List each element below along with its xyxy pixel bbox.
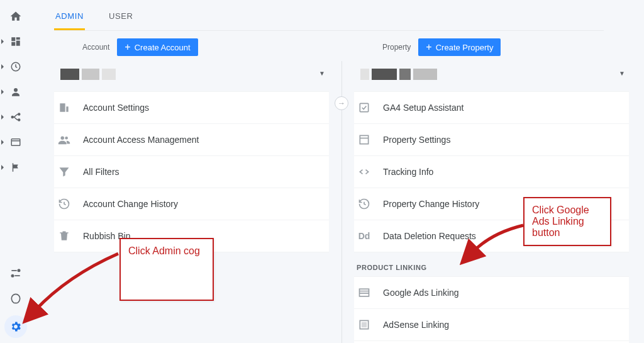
row-label: Property Settings	[383, 135, 450, 145]
annotation-google-ads: Click Google Ads Linking button	[523, 197, 611, 246]
svg-point-8	[61, 137, 65, 140]
svg-point-1	[14, 88, 18, 92]
google-ads-linking[interactable]: Google Ads Linking	[354, 277, 629, 309]
check-square-icon	[357, 100, 372, 115]
row-label: All Filters	[83, 167, 119, 177]
row-label: Tracking Info	[383, 167, 433, 177]
building-icon	[57, 100, 72, 115]
row-label: Account Settings	[83, 103, 149, 113]
top-tabs: ADMIN USER	[54, 0, 604, 31]
svg-rect-11	[360, 135, 368, 143]
redacted-account-name	[60, 69, 116, 80]
svg-rect-14	[362, 323, 367, 327]
property-column: Property + Create Property ▼	[341, 36, 629, 343]
account-settings[interactable]: Account Settings	[54, 92, 329, 124]
left-sidebar	[0, 0, 31, 343]
row-label: GA4 Setup Assistant	[383, 103, 464, 113]
product-linking-menu: Google Ads Linking AdSense Linking Ad Ex…	[354, 276, 629, 343]
filter-icon	[57, 164, 72, 179]
clock-icon[interactable]	[8, 59, 24, 75]
create-account-label: Create Account	[135, 43, 191, 52]
all-filters[interactable]: All Filters	[54, 156, 329, 188]
flag-icon[interactable]	[8, 159, 24, 176]
chevron-down-icon: ▼	[319, 70, 325, 77]
svg-point-9	[65, 137, 68, 140]
property-settings[interactable]: Property Settings	[354, 124, 629, 156]
svg-rect-10	[360, 103, 368, 111]
attribution-icon[interactable]	[8, 265, 24, 281]
chevron-down-icon: ▼	[619, 70, 625, 77]
history-icon	[357, 196, 372, 211]
account-selector[interactable]: ▼	[54, 65, 329, 84]
property-selector[interactable]: ▼	[354, 65, 629, 84]
person-icon[interactable]	[8, 84, 24, 100]
annotation-admin-cog: Click Admin cog	[119, 238, 214, 301]
row-label: Google Ads Linking	[383, 288, 459, 298]
tab-user[interactable]: USER	[108, 3, 135, 30]
gear-icon[interactable]	[4, 315, 27, 338]
plus-icon: +	[125, 42, 130, 52]
product-linking-header: PRODUCT LINKING	[354, 252, 629, 276]
svg-point-6	[18, 269, 19, 271]
account-access-management[interactable]: Account Access Management	[54, 124, 329, 156]
create-account-button[interactable]: + Create Account	[117, 38, 197, 56]
browser-icon[interactable]	[8, 134, 24, 150]
svg-point-7	[11, 275, 13, 277]
row-label: Property Change History	[383, 199, 479, 209]
trash-icon	[57, 228, 72, 244]
tab-admin[interactable]: ADMIN	[54, 3, 85, 30]
account-menu: Account Settings Account Access Manageme…	[54, 91, 329, 252]
row-label: Account Change History	[83, 199, 178, 209]
discover-icon[interactable]	[8, 290, 24, 306]
adsense-icon	[357, 317, 372, 332]
home-icon[interactable]	[8, 8, 24, 25]
dashboard-icon[interactable]	[8, 33, 24, 50]
account-change-history[interactable]: Account Change History	[54, 188, 329, 220]
history-icon	[57, 196, 72, 211]
dd-icon: Dd	[357, 228, 372, 244]
redacted-property-name	[360, 69, 437, 80]
plus-icon: +	[426, 42, 431, 52]
adsense-linking[interactable]: AdSense Linking	[354, 309, 629, 341]
row-label: AdSense Linking	[383, 320, 449, 330]
create-property-button[interactable]: + Create Property	[418, 38, 501, 56]
row-label: Account Access Management	[83, 135, 199, 145]
svg-point-3	[18, 113, 20, 115]
account-label: Account	[82, 43, 109, 52]
svg-point-4	[18, 119, 20, 121]
ads-icon	[357, 285, 372, 300]
svg-rect-5	[11, 139, 20, 146]
flow-icon[interactable]	[8, 109, 24, 125]
svg-point-2	[11, 116, 13, 118]
code-icon	[357, 164, 372, 179]
create-property-label: Create Property	[436, 43, 494, 52]
tracking-info[interactable]: Tracking Info	[354, 156, 629, 188]
property-label: Property	[382, 43, 411, 52]
layout-icon	[357, 132, 372, 147]
ga4-setup-assistant[interactable]: GA4 Setup Assistant	[354, 92, 629, 124]
people-icon	[57, 132, 72, 147]
row-label: Data Deletion Requests	[383, 231, 476, 241]
